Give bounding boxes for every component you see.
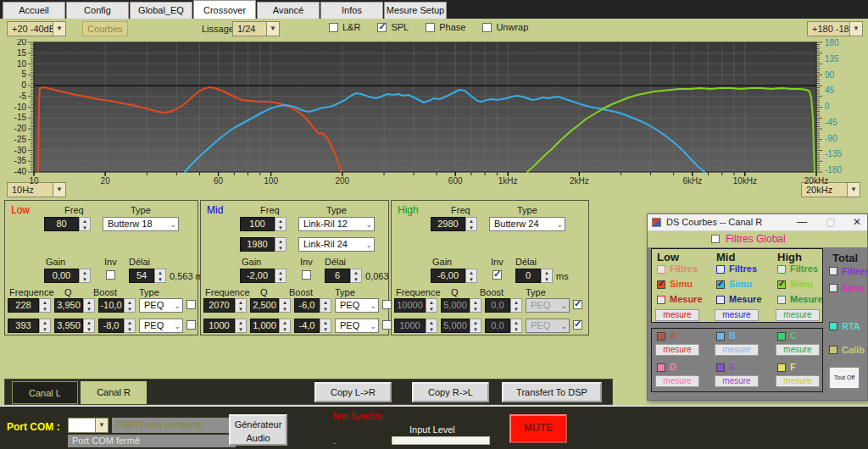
low-delai-spinner[interactable]: ▲▼ [154, 269, 166, 283]
mid-freq1-spinner[interactable]: ▲▼ [275, 217, 287, 231]
mute-button[interactable]: MUTE [509, 414, 567, 443]
tab-accueil[interactable]: Accueil [3, 2, 65, 19]
copy-lr-button[interactable]: Copy L->R [314, 382, 392, 402]
low-eq0-freq[interactable]: 228 [8, 298, 39, 313]
memory-f-mesure-button[interactable]: mesure [776, 375, 820, 387]
mid-eq1-q-spinner[interactable]: ▲▼ [279, 319, 291, 333]
courbes-button[interactable]: Courbes [82, 21, 128, 36]
lr-checkbox[interactable] [329, 23, 338, 32]
spl-checkbox[interactable] [377, 23, 387, 32]
low-eq0-q[interactable]: 3,950 [54, 298, 83, 313]
low-inv-checkbox[interactable] [106, 270, 115, 280]
mid-freq1-field[interactable]: 100 [240, 217, 275, 231]
port-com-combo[interactable]: ▼ [68, 418, 108, 433]
mid-filtres-checkbox[interactable] [716, 265, 725, 274]
mid-freq2-spinner[interactable]: ▲▼ [275, 237, 287, 252]
mid-gain-spinner[interactable]: ▲▼ [275, 269, 287, 283]
mid-eq0-boost-spinner[interactable]: ▲▼ [320, 298, 331, 313]
mid-eq0-q-spinner[interactable]: ▲▼ [279, 298, 291, 313]
memory-b-checkbox[interactable] [716, 332, 725, 341]
low-eq0-type-select[interactable]: PEQ⌄ [139, 298, 183, 313]
mid-eq1-freq-spinner[interactable]: ▲▼ [235, 319, 247, 333]
tab-infos[interactable]: Infos [320, 2, 383, 19]
mid-simu-checkbox[interactable] [716, 280, 725, 289]
low-eq0-boost[interactable]: -10,0 [98, 298, 124, 313]
mid-eq1-q[interactable]: 1,000 [250, 319, 279, 333]
mid-delai-field[interactable]: 6 [325, 269, 350, 283]
total-filtres-checkbox[interactable] [829, 267, 837, 275]
memory-b-mesure-button[interactable]: mesure [715, 344, 759, 356]
mid-eq0-freq-spinner[interactable]: ▲▼ [235, 298, 247, 313]
high-mesure-checkbox[interactable] [777, 296, 786, 304]
tab-config[interactable]: Config [66, 2, 129, 19]
generateur-audio-button[interactable]: Générateur Audio [229, 414, 287, 446]
high-eq0-enable-checkbox[interactable] [573, 300, 582, 309]
low-eq1-enable-checkbox[interactable] [186, 320, 196, 330]
transfert-to-dsp-button[interactable]: Transfert To DSP [502, 382, 602, 402]
memory-d-mesure-button[interactable]: mesure [655, 375, 699, 387]
mid-eq0-freq[interactable]: 2070 [203, 298, 235, 313]
low-mesure-button[interactable]: mesure [655, 309, 699, 321]
memory-e-checkbox[interactable] [716, 363, 725, 372]
tab-crossover[interactable]: Crossover [193, 0, 256, 19]
mid-mesure-checkbox[interactable] [716, 296, 725, 304]
low-eq0-freq-spinner[interactable]: ▲▼ [39, 298, 51, 313]
high-freq-spinner[interactable]: ▲▼ [465, 217, 477, 231]
low-eq0-q-spinner[interactable]: ▲▼ [83, 298, 95, 313]
low-eq1-boost-spinner[interactable]: ▲▼ [124, 319, 136, 333]
phase-range-combo[interactable]: +180 -180° ▼ [807, 21, 863, 36]
high-delai-field[interactable]: 0 [515, 269, 541, 283]
mid-gain-field[interactable]: -2,00 [240, 269, 275, 283]
low-freq-spinner[interactable]: ▲▼ [79, 217, 91, 231]
mid-freq2-field[interactable]: 1980 [240, 237, 275, 252]
high-type-select[interactable]: Butterw 24⌄ [489, 217, 565, 231]
low-eq0-enable-checkbox[interactable] [186, 300, 196, 309]
mid-eq1-boost[interactable]: -4,0 [294, 319, 320, 333]
low-eq1-q[interactable]: 3,950 [54, 319, 83, 333]
high-inv-checkbox[interactable] [492, 270, 502, 280]
mid-delai-spinner[interactable]: ▲▼ [350, 269, 362, 283]
memory-a-checkbox[interactable] [657, 332, 665, 341]
close-button[interactable]: ✕ [848, 214, 866, 230]
low-eq1-type-select[interactable]: PEQ⌄ [139, 319, 183, 333]
chevron-down-icon[interactable]: ▼ [95, 419, 108, 432]
low-eq1-q-spinner[interactable]: ▲▼ [83, 319, 95, 333]
chevron-down-icon[interactable]: ▼ [849, 22, 862, 36]
low-freq-field[interactable]: 80 [44, 217, 79, 231]
low-delai-field[interactable]: 54 [129, 269, 154, 283]
high-eq1-enable-checkbox[interactable] [573, 320, 582, 330]
low-filtres-checkbox[interactable] [657, 265, 665, 274]
low-eq1-freq[interactable]: 393 [8, 319, 39, 333]
mid-eq0-q[interactable]: 2,500 [250, 298, 279, 313]
tab-canal-l[interactable]: Canal L [12, 381, 78, 404]
tab-canal-r[interactable]: Canal R [81, 381, 147, 404]
mid-mesure-button[interactable]: mesure [715, 309, 759, 321]
mid-type2-select[interactable]: Link-Ril 24⌄ [298, 237, 375, 252]
low-gain-spinner[interactable]: ▲▼ [79, 269, 91, 283]
memory-f-checkbox[interactable] [777, 363, 786, 372]
lissage-combo[interactable]: 1/24 ▼ [232, 21, 280, 36]
memory-c-mesure-button[interactable]: mesure [776, 344, 820, 356]
phase-checkbox[interactable] [426, 23, 435, 32]
high-delai-spinner[interactable]: ▲▼ [541, 269, 553, 283]
high-filtres-checkbox[interactable] [777, 265, 786, 274]
high-simu-checkbox[interactable] [777, 280, 786, 289]
mid-eq1-type-select[interactable]: PEQ⌄ [335, 319, 379, 333]
rta-checkbox[interactable] [829, 322, 837, 330]
low-eq1-boost[interactable]: -8,0 [98, 319, 124, 333]
mid-eq1-boost-spinner[interactable]: ▲▼ [320, 319, 331, 333]
filtres-global-checkbox[interactable] [711, 235, 720, 243]
maximize-button[interactable]: ▢ [821, 214, 840, 230]
chevron-down-icon[interactable]: ▼ [266, 22, 279, 36]
high-gain-spinner[interactable]: ▲▼ [465, 269, 477, 283]
window-title-bar[interactable]: DS Courbes -- Canal R — ▢ ✕ [648, 214, 867, 231]
mid-eq0-boost[interactable]: -6,0 [294, 298, 320, 313]
total-simu-checkbox[interactable] [829, 284, 837, 292]
memory-e-mesure-button[interactable]: mesure [715, 375, 759, 387]
mid-inv-checkbox[interactable] [302, 270, 311, 280]
low-simu-checkbox[interactable] [657, 280, 665, 289]
low-mesure-checkbox[interactable] [657, 296, 665, 304]
memory-d-checkbox[interactable] [657, 363, 665, 372]
low-eq1-freq-spinner[interactable]: ▲▼ [39, 319, 51, 333]
chevron-down-icon[interactable]: ▼ [53, 22, 65, 36]
